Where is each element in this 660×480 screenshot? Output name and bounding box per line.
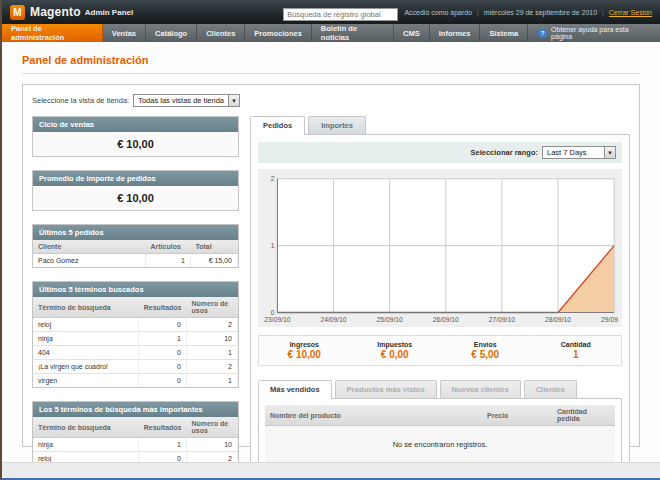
column-header: Resultados bbox=[139, 297, 187, 318]
range-value: Last 7 Days bbox=[543, 147, 591, 158]
table-cell: 1 bbox=[187, 374, 238, 388]
nav-item-panel-de-administracion[interactable]: Panel de administración bbox=[2, 24, 103, 42]
totals-row: Ingresos€ 10,00Impuestos€ 0,00Envíos€ 5,… bbox=[258, 335, 622, 366]
magento-logo-icon: M bbox=[10, 5, 25, 20]
tab-pedidos[interactable]: Pedidos bbox=[250, 116, 305, 134]
total-value: € 0,00 bbox=[350, 349, 441, 360]
total-impuestos: Impuestos€ 0,00 bbox=[350, 341, 441, 360]
tab-importes[interactable]: Importes bbox=[308, 116, 366, 134]
table-row: ninja110 bbox=[33, 332, 238, 346]
dash-table: ClienteArtículosTotalPaco Gomez1€ 15,00 bbox=[33, 240, 238, 267]
total-label: Cantidad bbox=[531, 341, 622, 348]
empty-records-message: No se encontraron registros. bbox=[265, 426, 615, 466]
nav-item-ventas[interactable]: Ventas bbox=[103, 24, 146, 42]
table-cell: 1 bbox=[139, 332, 187, 346]
column-header: Número de usos bbox=[187, 417, 238, 438]
total-label: Impuestos bbox=[350, 341, 441, 348]
svg-text:1: 1 bbox=[271, 242, 275, 249]
tab-productos-mas-vistos[interactable]: Productos más vistos bbox=[335, 380, 437, 398]
header-separator: | bbox=[477, 9, 479, 16]
range-label: Seleccionar rango: bbox=[470, 148, 538, 157]
column-header: Término de búsqueda bbox=[33, 297, 139, 318]
column-header: Resultados bbox=[139, 417, 187, 438]
help-link[interactable]: ? Obtener ayuda para esta página bbox=[528, 24, 660, 42]
total-value: € 10,00 bbox=[259, 349, 350, 360]
column-header: Artículos bbox=[145, 240, 190, 254]
tab-mas-vendidos[interactable]: Más vendidos bbox=[258, 380, 332, 398]
table-cell: ¡La virgen que cuadro! bbox=[33, 360, 139, 374]
store-view-label: Seleccione la vista de tienda: bbox=[32, 96, 129, 105]
dashboard-right-column: PedidosImportes Seleccionar rango: Last … bbox=[250, 116, 630, 480]
svg-text:29/09/10: 29/09/10 bbox=[601, 316, 618, 323]
nav-item-informes[interactable]: Informes bbox=[430, 24, 481, 42]
table-cell: 0 bbox=[139, 360, 187, 374]
logged-in-as: Accedió como apardo bbox=[404, 9, 472, 16]
current-date: miércoles 29 de septiembre de 2010 bbox=[484, 9, 597, 16]
top-header: M Magento Admin Panel Accedió como apard… bbox=[2, 0, 660, 24]
table-cell: ninja bbox=[33, 438, 139, 452]
box-value: € 10,00 bbox=[33, 186, 238, 210]
table-box-ultimos-5-pedidos: Últimos 5 pedidosClienteArtículosTotalPa… bbox=[32, 224, 239, 268]
svg-text:26/09/10: 26/09/10 bbox=[433, 316, 459, 323]
title-divider bbox=[22, 73, 640, 74]
total-label: Envíos bbox=[440, 341, 531, 348]
svg-text:2: 2 bbox=[271, 175, 275, 182]
tab-nuevos-clientes[interactable]: Nuevos clientes bbox=[440, 380, 521, 398]
box-title: Los 5 términos de búsqueda más important… bbox=[33, 402, 238, 417]
table-cell: € 15,00 bbox=[190, 254, 237, 268]
table-cell: 0 bbox=[139, 374, 187, 388]
global-search-input[interactable] bbox=[283, 8, 398, 21]
column-header: Cliente bbox=[33, 240, 145, 254]
total-envios: Envíos€ 5,00 bbox=[440, 341, 531, 360]
table-cell: virgen bbox=[33, 374, 139, 388]
nav-item-cms[interactable]: CMS bbox=[394, 24, 430, 42]
table-row: ¡La virgen que cuadro!02 bbox=[33, 360, 238, 374]
table-cell: 0 bbox=[139, 346, 187, 360]
table-cell: 404 bbox=[33, 346, 139, 360]
nav-item-catalogo[interactable]: Catálogo bbox=[146, 24, 197, 42]
table-cell: 1 bbox=[187, 346, 238, 360]
column-header: Total bbox=[190, 240, 237, 254]
table-cell: 2 bbox=[187, 318, 238, 332]
column-header: Nombre del producto bbox=[265, 405, 482, 426]
table-cell: Paco Gomez bbox=[33, 254, 145, 268]
table-cell: 10 bbox=[187, 332, 238, 346]
dash-table: Término de búsquedaResultadosNúmero de u… bbox=[33, 297, 238, 387]
svg-text:23/09/10: 23/09/10 bbox=[264, 316, 290, 323]
svg-text:25/09/10: 25/09/10 bbox=[377, 316, 403, 323]
logout-link[interactable]: Cerrar Sesión bbox=[609, 9, 652, 16]
store-view-select[interactable]: Todas las vistas de tienda ▼ bbox=[133, 94, 240, 107]
table-box-ultimos-5-terminos-buscados: Últimos 5 términos buscadosTérmino de bú… bbox=[32, 281, 239, 388]
brand-subtitle: Admin Panel bbox=[85, 8, 133, 17]
nav-item-clientes[interactable]: Clientes bbox=[197, 24, 245, 42]
box-title: Ciclo de ventas bbox=[33, 117, 238, 132]
table-cell: 10 bbox=[187, 438, 238, 452]
chevron-down-icon: ▼ bbox=[228, 95, 239, 106]
column-header: Número de usos bbox=[187, 297, 238, 318]
box-title: Últimos 5 términos buscados bbox=[33, 282, 238, 297]
orders-chart: 01223/09/1024/09/1025/09/1026/09/1027/09… bbox=[258, 169, 622, 327]
table-row: Paco Gomez1€ 15,00 bbox=[33, 254, 238, 268]
nav-item-promociones[interactable]: Promociones bbox=[245, 24, 312, 42]
brand-name: Magento bbox=[30, 5, 81, 19]
table-cell: 1 bbox=[139, 438, 187, 452]
table-row: 40401 bbox=[33, 346, 238, 360]
total-cantidad: Cantidad1 bbox=[531, 341, 622, 360]
header-separator: | bbox=[602, 9, 604, 16]
orders-area-chart: 01223/09/1024/09/1025/09/1026/09/1027/09… bbox=[262, 173, 618, 325]
nav-item-sistema[interactable]: Sistema bbox=[480, 24, 528, 42]
products-table: Nombre del productoPrecioCantidad pedida bbox=[265, 405, 615, 426]
box-title: Promedio de importe de pedidos bbox=[33, 171, 238, 186]
table-cell: reloj bbox=[33, 318, 139, 332]
column-header: Término de búsqueda bbox=[33, 417, 139, 438]
main-nav: Panel de administraciónVentasCatálogoCli… bbox=[2, 24, 660, 42]
nav-item-boletin-de-noticias[interactable]: Boletín de noticias bbox=[312, 24, 394, 42]
svg-text:0: 0 bbox=[271, 309, 275, 316]
help-globe-icon: ? bbox=[538, 29, 547, 38]
tab-clientes[interactable]: Clientes bbox=[524, 380, 577, 398]
column-header: Cantidad pedida bbox=[552, 405, 615, 426]
table-cell: 2 bbox=[187, 360, 238, 374]
range-select[interactable]: Last 7 Days ▼ bbox=[542, 146, 616, 159]
total-value: 1 bbox=[531, 349, 622, 360]
table-row: reloj02 bbox=[33, 318, 238, 332]
